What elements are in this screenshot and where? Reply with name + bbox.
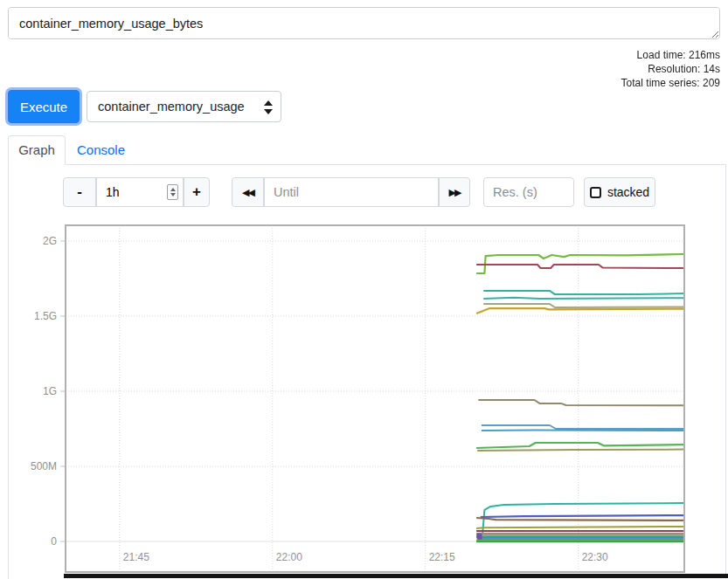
metric-select[interactable]: container_memory_usage (87, 91, 281, 122)
load-time: Load time: 216ms (621, 48, 720, 62)
range-control-group: - + (63, 177, 210, 207)
svg-text:1G: 1G (43, 385, 57, 397)
tab-console[interactable]: Console (77, 135, 125, 164)
svg-text:2G: 2G (43, 235, 57, 247)
fast-forward-icon[interactable]: ▶▶ (439, 177, 470, 207)
rewind-icon[interactable]: ◀◀ (232, 177, 264, 207)
execute-button[interactable]: Execute (8, 90, 80, 123)
svg-text:22:30: 22:30 (582, 551, 608, 563)
svg-text:500M: 500M (31, 460, 57, 472)
select-updown-icon (264, 100, 273, 114)
resolution: Resolution: 14s (621, 62, 720, 76)
chart-svg[interactable]: 2G1.5G1G500M021:4522:0022:1522:30 (66, 225, 684, 572)
stacked-toggle[interactable]: stacked (584, 177, 655, 207)
stacked-label: stacked (607, 185, 649, 199)
query-input[interactable]: container_memory_usage_bytes (8, 7, 720, 39)
total-time-series: Total time series: 209 (621, 76, 720, 90)
tab-underline (8, 164, 726, 165)
spinner-icon[interactable] (167, 184, 178, 200)
tab-graph[interactable]: Graph (8, 135, 66, 165)
svg-text:22:00: 22:00 (276, 551, 302, 563)
until-control-group: ◀◀ ▶▶ (232, 177, 470, 207)
graph-resize-handle[interactable] (64, 574, 728, 578)
until-input[interactable] (264, 177, 439, 207)
range-increase-button[interactable]: + (184, 177, 210, 207)
svg-text:1.5G: 1.5G (34, 310, 57, 322)
query-stats: Load time: 216ms Resolution: 14s Total t… (621, 48, 720, 90)
metric-select-value: container_memory_usage (98, 100, 258, 114)
range-decrease-button[interactable]: - (63, 177, 96, 207)
checkbox-icon (590, 187, 601, 198)
svg-text:22:15: 22:15 (429, 551, 455, 563)
svg-text:21:45: 21:45 (123, 551, 149, 563)
svg-text:0: 0 (51, 535, 57, 548)
resolution-input[interactable] (483, 177, 574, 207)
